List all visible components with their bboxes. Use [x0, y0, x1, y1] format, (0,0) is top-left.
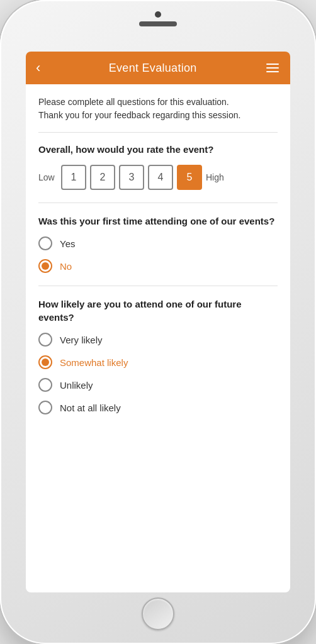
rating-btn-4[interactable]: 4: [148, 165, 173, 190]
divider-1: [38, 203, 278, 203]
radio-dot-somewhat-likely: [42, 358, 49, 366]
question-3-label: How likely are you to attend one of our …: [38, 297, 278, 324]
divider-2: [38, 286, 278, 286]
radio-label-somewhat-likely: Somewhat likely: [60, 357, 128, 368]
phone-frame: ‹ Event Evaluation Please complete all q…: [0, 0, 316, 644]
radio-circle-not-at-all: [38, 401, 52, 414]
radio-option-no[interactable]: No: [38, 259, 278, 273]
radio-option-yes[interactable]: Yes: [38, 236, 278, 250]
phone-screen: ‹ Event Evaluation Please complete all q…: [26, 52, 290, 592]
radio-option-somewhat-likely[interactable]: Somewhat likely: [38, 355, 278, 369]
app-content: Please complete all questions for this e…: [26, 84, 290, 592]
phone-top-bar: [139, 11, 177, 26]
radio-option-unlikely[interactable]: Unlikely: [38, 378, 278, 392]
question-2-block: Was this your first time attending one o…: [38, 214, 278, 273]
intro-text: Please complete all questions for this e…: [38, 96, 278, 133]
question-2-label: Was this your first time attending one o…: [38, 214, 278, 228]
radio-label-not-at-all: Not at all likely: [60, 402, 121, 413]
radio-label-very-likely: Very likely: [60, 335, 103, 345]
rating-btn-3[interactable]: 3: [119, 165, 144, 190]
radio-option-not-at-all[interactable]: Not at all likely: [38, 401, 278, 414]
app-header: ‹ Event Evaluation: [26, 52, 290, 84]
phone-camera: [155, 11, 161, 18]
radio-circle-very-likely: [38, 333, 52, 347]
hamburger-line-3: [266, 71, 279, 72]
question-1-label: Overall, how would you rate the event?: [38, 143, 278, 156]
radio-option-very-likely[interactable]: Very likely: [38, 333, 278, 347]
rating-low-label: Low: [38, 172, 57, 182]
back-button[interactable]: ‹: [36, 61, 40, 75]
phone-speaker: [139, 21, 177, 26]
hamburger-line-2: [266, 67, 279, 69]
rating-row: Low 1 2 3 4 5 High: [38, 165, 278, 190]
radio-label-no: No: [60, 261, 72, 272]
radio-circle-somewhat-likely: [38, 355, 52, 369]
rating-high-label: High: [206, 172, 231, 182]
radio-circle-unlikely: [38, 378, 52, 392]
hamburger-line-1: [266, 64, 279, 65]
rating-btn-1[interactable]: 1: [61, 165, 86, 190]
menu-button[interactable]: [265, 60, 280, 75]
radio-label-yes: Yes: [60, 238, 75, 249]
radio-label-unlikely: Unlikely: [60, 380, 93, 391]
radio-circle-no: [38, 259, 52, 273]
rating-btn-5[interactable]: 5: [177, 165, 202, 190]
radio-circle-yes: [38, 236, 52, 250]
header-title: Event Evaluation: [109, 62, 197, 75]
radio-dot-no: [42, 262, 49, 270]
intro-line2: Thank you for your feedback regarding th…: [38, 110, 240, 120]
question-1-block: Overall, how would you rate the event? L…: [38, 143, 278, 190]
question-3-block: How likely are you to attend one of our …: [38, 297, 278, 414]
phone-home-button: [142, 597, 174, 630]
rating-btn-2[interactable]: 2: [90, 165, 115, 190]
intro-line1: Please complete all questions for this e…: [38, 97, 229, 107]
